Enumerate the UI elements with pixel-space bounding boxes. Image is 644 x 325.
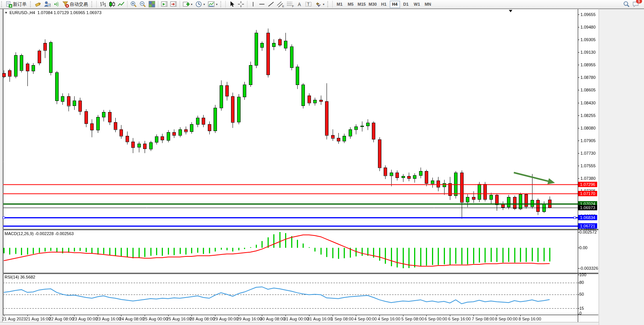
new-order-button[interactable]: 新订单 (5, 0, 29, 9)
zoom-in-button[interactable] (129, 0, 138, 9)
rsi-axis-100: 100 (579, 272, 586, 277)
tf-button-MN[interactable]: MN (423, 1, 433, 8)
line-chart-button[interactable] (116, 0, 126, 9)
chart-ohlc: 1.07084 1.07129 1.06965 1.06973 (37, 10, 101, 15)
templates-icon (208, 1, 215, 8)
crosshair-button[interactable] (236, 0, 245, 9)
toolbar-grip[interactable] (1, 1, 3, 7)
mt4-window: 新订单 自动交易 (0, 0, 644, 325)
toolbar-separator (247, 1, 247, 8)
indicators-button[interactable]: ▼ (182, 0, 194, 9)
vertical-line-button[interactable] (249, 0, 257, 9)
tf-button-M15[interactable]: M15 (357, 1, 367, 8)
chevron-down-icon: ▼ (190, 3, 193, 6)
zoom-out-icon (139, 1, 146, 8)
chevron-down-icon: ▼ (215, 3, 218, 6)
svg-text:E: E (282, 5, 284, 8)
text-label-icon: T (305, 1, 312, 8)
indicators-icon (183, 1, 190, 8)
toolbar-grip[interactable] (91, 1, 93, 7)
bar-chart-button[interactable] (98, 0, 107, 9)
candlestick-chart-button[interactable] (107, 0, 116, 9)
auto-scroll-icon (161, 1, 168, 8)
toolbar-grip[interactable] (220, 1, 222, 7)
chart-shift-icon (170, 1, 177, 8)
templates-button[interactable]: ▼ (207, 0, 219, 9)
zoom-in-icon (130, 1, 137, 8)
candlestick-chart-icon (108, 1, 115, 8)
chart-symbol: EURUSD-,H4 (10, 10, 35, 15)
macd-indicator-label: MACD(12,26,9) -0.002228 -0.002563 (5, 231, 74, 236)
macd-axis-max: 0.002572 (579, 230, 597, 234)
fibonacci-button[interactable]: F (285, 0, 295, 9)
rsi-name: RSI(14) (5, 275, 19, 279)
price-line-label: 1.07170 (578, 191, 597, 196)
tf-button-H1[interactable]: H1 (379, 1, 389, 8)
cursor-icon (228, 1, 235, 8)
tile-windows-button[interactable] (147, 0, 156, 9)
tf-button-M1[interactable]: M1 (335, 1, 345, 8)
macd-axis-min: -0.003326 (579, 266, 598, 271)
trendline-button[interactable] (266, 0, 276, 9)
price-line-label: 1.06721 (578, 223, 597, 229)
vertical-line-icon (250, 1, 256, 8)
toolbar-separator (225, 1, 226, 8)
toolbar: 新订单 自动交易 (0, 0, 644, 9)
crosshair-icon (238, 1, 244, 8)
rsi-axis-50: 50 (579, 292, 584, 296)
zoom-out-button[interactable] (138, 0, 147, 9)
rsi-axis-80: 80 (579, 280, 584, 285)
toolbar-grip[interactable] (30, 1, 32, 7)
price-line-label: 1.06973 (578, 205, 597, 210)
tester-icon (44, 1, 51, 8)
macd-axis-zero: 0.00 (579, 245, 587, 250)
equidistant-channel-button[interactable]: E (276, 0, 285, 9)
tf-button-M5[interactable]: M5 (346, 1, 356, 8)
chevron-down-icon[interactable]: ▼ (5, 11, 8, 14)
rsi-axis-0: 0 (579, 311, 582, 315)
cursor-button[interactable] (227, 0, 236, 9)
timeframe-toolbar: M1M5M15M30H1H4D1W1MN (334, 1, 434, 8)
toolbar-separator (180, 1, 180, 8)
sound-icon (53, 1, 60, 8)
chart-title: ▼EURUSD-,H4 1.07084 1.07129 1.06965 1.06… (5, 10, 102, 15)
crayon-icon (35, 1, 41, 8)
horizontal-line-button[interactable] (257, 0, 266, 9)
tf-button-D1[interactable]: D1 (401, 1, 411, 8)
sound-button[interactable] (52, 0, 61, 9)
new-order-icon (6, 1, 12, 8)
text-icon: A (296, 1, 303, 8)
chat-button[interactable]: 1 (631, 0, 640, 9)
text-button[interactable]: A (295, 0, 304, 9)
chevron-down-icon: ▼ (203, 3, 206, 6)
toolbar-separator (127, 1, 128, 8)
autotrade-button[interactable]: 自动交易 (61, 0, 90, 9)
toolbar-separator (332, 1, 333, 8)
styler-button[interactable] (33, 0, 43, 9)
line-chart-icon (118, 1, 124, 8)
tf-button-H4[interactable]: H4 (390, 1, 400, 8)
svg-text:T: T (307, 2, 309, 6)
strategy-tester-button[interactable] (43, 0, 52, 9)
trendline-icon (268, 1, 274, 8)
autotrade-icon (62, 1, 69, 8)
tf-button-M30[interactable]: M30 (368, 1, 378, 8)
text-label-button[interactable]: T (304, 0, 314, 9)
new-order-label: 新订单 (13, 1, 27, 8)
arrows-tool-icon (315, 1, 322, 8)
price-line-label: 1.06834 (578, 215, 597, 220)
macd-name: MACD(12,26,9) (5, 231, 33, 236)
toolbar-separator (158, 1, 158, 8)
chart-canvas[interactable] (0, 0, 644, 325)
chat-badge: 1 (636, 0, 642, 3)
autotrade-label: 自动交易 (70, 1, 88, 8)
tf-button-W1[interactable]: W1 (412, 1, 422, 8)
arrows-tool-button[interactable]: ▼ (314, 0, 326, 9)
search-button[interactable] (622, 0, 631, 9)
auto-scroll-button[interactable] (160, 0, 169, 9)
periods-button[interactable]: ▼ (194, 0, 207, 9)
toolbar-grip[interactable] (327, 1, 329, 7)
chart-shift-button[interactable] (169, 0, 178, 9)
tile-windows-icon (148, 1, 155, 8)
fibonacci-icon: F (287, 1, 294, 8)
